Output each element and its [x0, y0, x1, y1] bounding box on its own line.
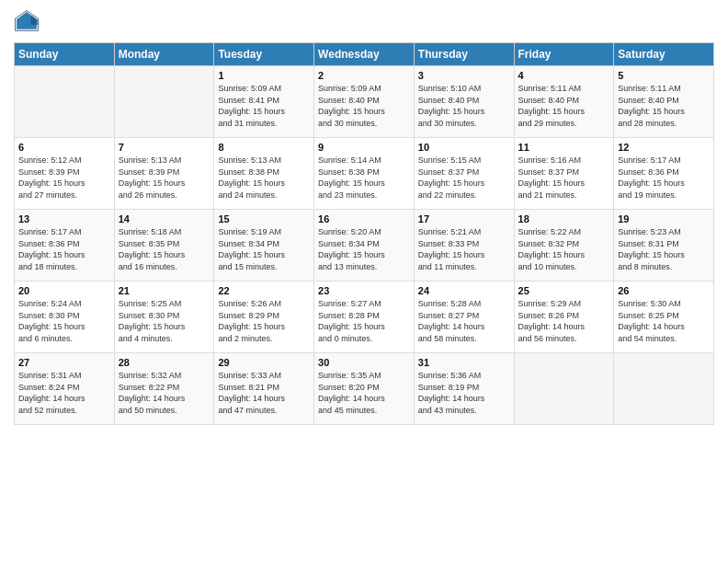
day-info: Sunrise: 5:30 AM Sunset: 8:25 PM Dayligh…	[618, 298, 710, 344]
day-cell: 19Sunrise: 5:23 AM Sunset: 8:31 PM Dayli…	[614, 210, 714, 282]
calendar-body: 1Sunrise: 5:09 AM Sunset: 8:41 PM Daylig…	[15, 66, 714, 425]
day-number: 4	[518, 70, 610, 81]
day-cell: 25Sunrise: 5:29 AM Sunset: 8:26 PM Dayli…	[514, 282, 614, 353]
day-info: Sunrise: 5:35 AM Sunset: 8:20 PM Dayligh…	[318, 370, 410, 416]
day-info: Sunrise: 5:19 AM Sunset: 8:34 PM Dayligh…	[218, 226, 310, 272]
day-info: Sunrise: 5:32 AM Sunset: 8:22 PM Dayligh…	[119, 370, 210, 416]
day-number: 9	[318, 142, 410, 153]
day-info: Sunrise: 5:33 AM Sunset: 8:21 PM Dayligh…	[218, 370, 310, 416]
day-number: 5	[618, 70, 710, 81]
day-info: Sunrise: 5:18 AM Sunset: 8:35 PM Dayligh…	[119, 226, 210, 272]
logo-icon	[14, 9, 40, 35]
day-cell: 1Sunrise: 5:09 AM Sunset: 8:41 PM Daylig…	[214, 66, 314, 138]
day-number: 13	[18, 213, 110, 224]
day-info: Sunrise: 5:31 AM Sunset: 8:24 PM Dayligh…	[18, 370, 110, 416]
weekday-header-monday: Monday	[114, 43, 214, 66]
day-cell: 27Sunrise: 5:31 AM Sunset: 8:24 PM Dayli…	[15, 353, 115, 425]
day-info: Sunrise: 5:24 AM Sunset: 8:30 PM Dayligh…	[18, 298, 110, 344]
weekday-header-sunday: Sunday	[15, 43, 115, 66]
day-info: Sunrise: 5:17 AM Sunset: 8:36 PM Dayligh…	[18, 226, 110, 272]
day-cell: 15Sunrise: 5:19 AM Sunset: 8:34 PM Dayli…	[214, 210, 314, 282]
calendar-header: SundayMondayTuesdayWednesdayThursdayFrid…	[15, 43, 714, 66]
day-cell: 4Sunrise: 5:11 AM Sunset: 8:40 PM Daylig…	[514, 66, 614, 138]
day-cell: 11Sunrise: 5:16 AM Sunset: 8:37 PM Dayli…	[514, 138, 614, 210]
day-info: Sunrise: 5:29 AM Sunset: 8:26 PM Dayligh…	[518, 298, 610, 344]
day-cell: 14Sunrise: 5:18 AM Sunset: 8:35 PM Dayli…	[114, 210, 214, 282]
weekday-header-thursday: Thursday	[414, 43, 514, 66]
day-number: 28	[119, 357, 210, 368]
day-number: 25	[518, 285, 610, 296]
day-number: 2	[318, 70, 410, 81]
day-number: 16	[318, 213, 410, 224]
day-cell: 12Sunrise: 5:17 AM Sunset: 8:36 PM Dayli…	[614, 138, 714, 210]
day-cell: 8Sunrise: 5:13 AM Sunset: 8:38 PM Daylig…	[214, 138, 314, 210]
week-row-4: 20Sunrise: 5:24 AM Sunset: 8:30 PM Dayli…	[15, 282, 714, 353]
calendar: SundayMondayTuesdayWednesdayThursdayFrid…	[14, 42, 714, 425]
day-number: 30	[318, 357, 410, 368]
day-cell: 24Sunrise: 5:28 AM Sunset: 8:27 PM Dayli…	[414, 282, 514, 353]
day-number: 31	[418, 357, 510, 368]
day-info: Sunrise: 5:12 AM Sunset: 8:39 PM Dayligh…	[18, 155, 110, 201]
page: SundayMondayTuesdayWednesdayThursdayFrid…	[0, 0, 728, 563]
day-info: Sunrise: 5:23 AM Sunset: 8:31 PM Dayligh…	[618, 226, 710, 272]
day-info: Sunrise: 5:15 AM Sunset: 8:37 PM Dayligh…	[418, 155, 510, 201]
day-info: Sunrise: 5:10 AM Sunset: 8:40 PM Dayligh…	[418, 83, 510, 129]
day-cell: 18Sunrise: 5:22 AM Sunset: 8:32 PM Dayli…	[514, 210, 614, 282]
day-number: 26	[618, 285, 710, 296]
week-row-3: 13Sunrise: 5:17 AM Sunset: 8:36 PM Dayli…	[15, 210, 714, 282]
day-number: 3	[418, 70, 510, 81]
day-cell: 26Sunrise: 5:30 AM Sunset: 8:25 PM Dayli…	[614, 282, 714, 353]
weekday-header-wednesday: Wednesday	[314, 43, 415, 66]
day-cell: 13Sunrise: 5:17 AM Sunset: 8:36 PM Dayli…	[15, 210, 115, 282]
day-info: Sunrise: 5:16 AM Sunset: 8:37 PM Dayligh…	[518, 155, 610, 201]
weekday-header-friday: Friday	[514, 43, 614, 66]
day-number: 14	[119, 213, 210, 224]
header	[14, 9, 714, 35]
day-number: 22	[218, 285, 310, 296]
logo	[14, 9, 42, 35]
day-info: Sunrise: 5:25 AM Sunset: 8:30 PM Dayligh…	[119, 298, 210, 344]
day-cell	[514, 353, 614, 425]
weekday-header-tuesday: Tuesday	[214, 43, 314, 66]
day-cell: 3Sunrise: 5:10 AM Sunset: 8:40 PM Daylig…	[414, 66, 514, 138]
day-cell	[114, 66, 214, 138]
week-row-2: 6Sunrise: 5:12 AM Sunset: 8:39 PM Daylig…	[15, 138, 714, 210]
day-cell: 20Sunrise: 5:24 AM Sunset: 8:30 PM Dayli…	[15, 282, 115, 353]
day-cell: 6Sunrise: 5:12 AM Sunset: 8:39 PM Daylig…	[15, 138, 115, 210]
day-number: 11	[518, 142, 610, 153]
day-cell: 31Sunrise: 5:36 AM Sunset: 8:19 PM Dayli…	[414, 353, 514, 425]
day-cell: 28Sunrise: 5:32 AM Sunset: 8:22 PM Dayli…	[114, 353, 214, 425]
day-info: Sunrise: 5:27 AM Sunset: 8:28 PM Dayligh…	[318, 298, 410, 344]
day-cell	[614, 353, 714, 425]
day-info: Sunrise: 5:09 AM Sunset: 8:40 PM Dayligh…	[318, 83, 410, 129]
day-number: 7	[119, 142, 210, 153]
day-info: Sunrise: 5:13 AM Sunset: 8:39 PM Dayligh…	[119, 155, 210, 201]
day-cell	[15, 66, 115, 138]
day-cell: 16Sunrise: 5:20 AM Sunset: 8:34 PM Dayli…	[314, 210, 415, 282]
day-cell: 23Sunrise: 5:27 AM Sunset: 8:28 PM Dayli…	[314, 282, 415, 353]
day-cell: 30Sunrise: 5:35 AM Sunset: 8:20 PM Dayli…	[314, 353, 415, 425]
day-number: 27	[18, 357, 110, 368]
week-row-5: 27Sunrise: 5:31 AM Sunset: 8:24 PM Dayli…	[15, 353, 714, 425]
day-cell: 5Sunrise: 5:11 AM Sunset: 8:40 PM Daylig…	[614, 66, 714, 138]
day-cell: 22Sunrise: 5:26 AM Sunset: 8:29 PM Dayli…	[214, 282, 314, 353]
day-cell: 29Sunrise: 5:33 AM Sunset: 8:21 PM Dayli…	[214, 353, 314, 425]
day-info: Sunrise: 5:21 AM Sunset: 8:33 PM Dayligh…	[418, 226, 510, 272]
day-info: Sunrise: 5:26 AM Sunset: 8:29 PM Dayligh…	[218, 298, 310, 344]
day-number: 23	[318, 285, 410, 296]
day-info: Sunrise: 5:13 AM Sunset: 8:38 PM Dayligh…	[218, 155, 310, 201]
day-info: Sunrise: 5:11 AM Sunset: 8:40 PM Dayligh…	[518, 83, 610, 129]
day-number: 24	[418, 285, 510, 296]
day-number: 10	[418, 142, 510, 153]
weekday-row: SundayMondayTuesdayWednesdayThursdayFrid…	[15, 43, 714, 66]
day-number: 8	[218, 142, 310, 153]
day-info: Sunrise: 5:22 AM Sunset: 8:32 PM Dayligh…	[518, 226, 610, 272]
day-number: 12	[618, 142, 710, 153]
day-number: 20	[18, 285, 110, 296]
day-info: Sunrise: 5:28 AM Sunset: 8:27 PM Dayligh…	[418, 298, 510, 344]
day-info: Sunrise: 5:11 AM Sunset: 8:40 PM Dayligh…	[618, 83, 710, 129]
day-info: Sunrise: 5:20 AM Sunset: 8:34 PM Dayligh…	[318, 226, 410, 272]
day-number: 19	[618, 213, 710, 224]
day-cell: 17Sunrise: 5:21 AM Sunset: 8:33 PM Dayli…	[414, 210, 514, 282]
day-number: 18	[518, 213, 610, 224]
